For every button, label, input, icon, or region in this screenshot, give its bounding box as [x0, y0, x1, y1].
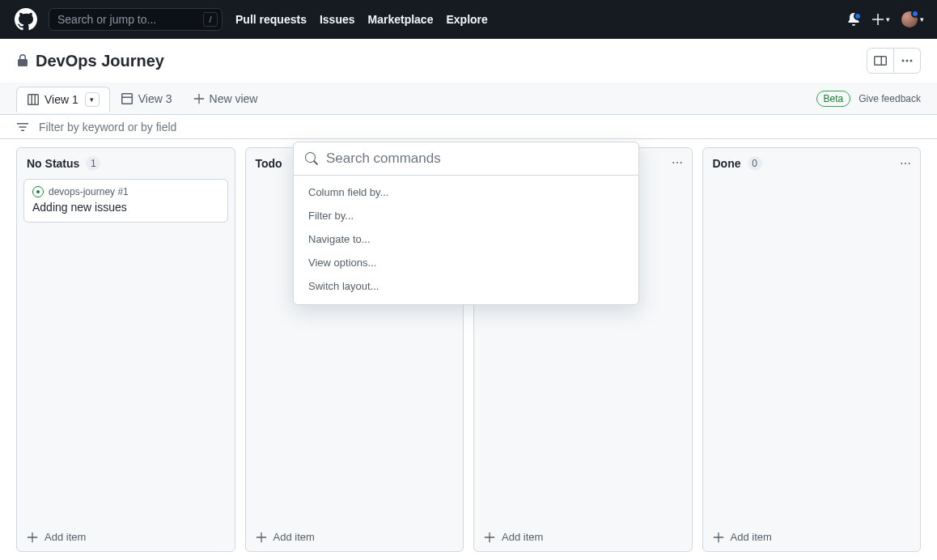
caret-down-icon: ▾ [920, 15, 924, 23]
add-item-button[interactable]: Add item [703, 524, 921, 551]
palette-item-switch-layout[interactable]: Switch layout... [294, 274, 638, 298]
add-item-button[interactable]: Add item [246, 524, 464, 551]
search-icon [305, 152, 318, 165]
column-menu-button[interactable]: ⋯ [672, 156, 684, 169]
slash-key-icon: / [203, 12, 218, 27]
project-more-button[interactable] [894, 48, 921, 74]
toggle-panel-button[interactable] [867, 48, 894, 74]
palette-item-column-field[interactable]: Column field by... [294, 180, 638, 204]
column-title: No Status [27, 157, 79, 170]
add-item-label: Add item [502, 531, 543, 543]
tab-options-button[interactable]: ▾ [85, 92, 100, 107]
nav-marketplace[interactable]: Marketplace [368, 13, 434, 26]
add-item-button[interactable]: Add item [474, 524, 692, 551]
notifications-button[interactable] [847, 13, 860, 26]
table-icon [121, 92, 134, 105]
column-menu-button[interactable]: ⋯ [900, 157, 912, 170]
avatar-status-dot-icon [911, 10, 919, 18]
card-title: Adding new issues [32, 201, 219, 214]
tab-view-3[interactable]: View 3 [110, 86, 183, 112]
tab-label: View 3 [138, 92, 172, 105]
global-search-input[interactable] [49, 8, 223, 31]
lock-icon [16, 54, 29, 67]
plus-icon [256, 532, 267, 543]
command-palette: Column field by... Filter by... Navigate… [293, 142, 639, 305]
add-item-button[interactable]: Add item [17, 524, 235, 551]
project-title: DevOps Journey [36, 52, 164, 70]
user-menu-button[interactable]: ▾ [901, 11, 924, 28]
github-logo[interactable] [13, 6, 39, 32]
add-item-label: Add item [45, 531, 86, 543]
palette-item-navigate-to[interactable]: Navigate to... [294, 227, 638, 251]
board-icon [27, 93, 40, 106]
caret-down-icon: ▾ [886, 15, 890, 23]
column-title: Done [713, 157, 741, 170]
nav-issues[interactable]: Issues [320, 13, 355, 26]
svg-point-1 [906, 60, 909, 62]
tab-label: View 1 [45, 93, 78, 106]
plus-icon [713, 532, 724, 543]
column-count-badge: 0 [748, 156, 762, 171]
plus-icon [484, 532, 495, 543]
svg-point-0 [902, 60, 905, 62]
column-title: Todo [256, 157, 282, 170]
column-count-badge: 1 [86, 156, 100, 171]
palette-item-filter-by[interactable]: Filter by... [294, 204, 638, 227]
create-new-button[interactable]: ▾ [871, 13, 890, 26]
give-feedback-link[interactable]: Give feedback [859, 93, 921, 104]
notification-dot-icon [854, 12, 862, 20]
svg-point-2 [910, 60, 913, 62]
beta-badge: Beta [816, 91, 851, 107]
nav-explore[interactable]: Explore [446, 13, 487, 26]
filter-icon[interactable] [16, 121, 29, 134]
filter-input[interactable] [39, 121, 921, 134]
card-reference: devops-journey #1 [49, 186, 129, 197]
nav-pull-requests[interactable]: Pull requests [235, 13, 307, 26]
plus-icon [27, 532, 38, 543]
add-item-label: Add item [273, 531, 315, 543]
open-issue-icon [32, 186, 44, 197]
palette-item-view-options[interactable]: View options... [294, 251, 638, 274]
tab-new-view[interactable]: New view [183, 86, 269, 112]
plus-icon [193, 93, 205, 104]
column-no-status: No Status 1 ⋯ devops-journey #1 Adding n… [16, 147, 235, 552]
tab-view-1[interactable]: View 1 ▾ [16, 87, 110, 112]
column-done: Done 0 ⋯ Add item [702, 147, 922, 552]
tab-label: New view [210, 92, 258, 105]
command-search-input[interactable] [326, 151, 627, 167]
add-item-label: Add item [731, 531, 772, 543]
card-item[interactable]: devops-journey #1 Adding new issues [23, 179, 228, 223]
